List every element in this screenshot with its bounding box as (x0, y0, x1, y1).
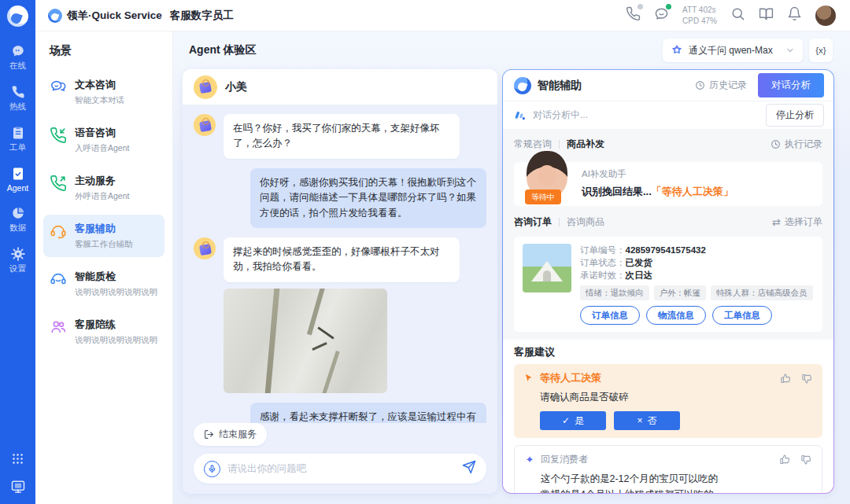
top-header: 领羊·Quick Service 客服数字员工 ATT 402s CPD 47% (35, 0, 850, 31)
chat-header: 小美 (183, 69, 497, 105)
chat-input[interactable] (227, 463, 455, 474)
history-button[interactable]: 历史记录 (695, 79, 747, 92)
app-logo-icon (7, 6, 28, 27)
select-order-button[interactable]: ⇄ 选择订单 (772, 215, 822, 229)
suggestion-title: 客服建议 (514, 345, 822, 359)
rail-item-online[interactable]: 在线 (0, 44, 35, 72)
product-image (523, 244, 571, 292)
rail-item-agent[interactable]: Agent (0, 167, 35, 193)
mic-icon[interactable] (204, 461, 220, 477)
assist-header: 智能辅助 历史记录 对话分析 (503, 70, 833, 101)
field-label: 承诺时效： (580, 270, 626, 280)
chat-status-icon[interactable] (654, 6, 669, 24)
sparkle-icon: ✦ (524, 454, 535, 465)
phone-status-dot (638, 4, 643, 9)
sidebar-item-proactive-service[interactable]: 主动服务外呼语音Agent (43, 167, 164, 209)
sidebar-item-agent-training[interactable]: 客服陪练说明说明说明说明说明 (43, 311, 164, 353)
brand-name: 领羊·Quick Service (67, 9, 162, 23)
cpd-stat: CPD 47% (682, 16, 717, 27)
rail-item-label: Agent (7, 183, 28, 193)
scene-subtitle: 客服工作台辅助 (75, 239, 133, 250)
yes-button[interactable]: ✓是 (540, 411, 606, 430)
knowledge-book-icon[interactable] (759, 6, 774, 24)
scene-title: 文本咨询 (75, 78, 124, 92)
sidebar-item-quality-check[interactable]: 智能质检说明说明说明说明说明 (43, 263, 164, 305)
no-label: 否 (648, 414, 657, 428)
chevron-down-icon (785, 46, 795, 55)
analyzing-status: 对话分析中... (533, 109, 588, 122)
tab-product-inquiry[interactable]: 咨询商品 (567, 215, 604, 229)
sidebar-item-voice-consult[interactable]: 语音咨询入呼语音Agent (43, 119, 164, 161)
assist-panel: 智能辅助 历史记录 对话分析 对话分析中... 停止分析 常规咨询 商品补发 (503, 70, 833, 493)
close-icon: × (637, 415, 642, 426)
phone-status-icon[interactable] (626, 6, 641, 24)
reply-text-line: 这个勺子款的是2-12个月的宝贝可以吃的 (541, 471, 812, 487)
scenario-category[interactable]: 常规咨询 (514, 138, 552, 151)
ai-status-line: 识别挽回结果...「等待人工决策」 (582, 185, 813, 199)
broken-tent-pole-photo[interactable] (224, 289, 387, 393)
reply-suggestion-card: ✦ 回复消费者 这个勺子款的是2-12个月的宝贝可以吃的 常规的是4个月以上幼猫… (514, 445, 822, 493)
scenario-section: 常规咨询 商品补发 执行记录 等待中 AI补发助手 识别挽回结果...「等待人工… (503, 129, 833, 340)
phone-incoming-icon (50, 127, 67, 144)
logistics-info-button[interactable]: 物流信息 (646, 306, 706, 325)
rail-item-label: 设置 (9, 263, 26, 274)
thumbs-down-icon[interactable] (801, 373, 813, 384)
clock-icon (695, 80, 705, 90)
code-variables-button[interactable]: {x} (809, 39, 833, 62)
chat-bubble-icon (11, 44, 25, 58)
scene-subtitle: 说明说明说明说明说明 (75, 287, 157, 298)
user-avatar[interactable] (815, 6, 836, 26)
thumbs-down-icon[interactable] (800, 454, 812, 465)
order-info-button[interactable]: 订单信息 (580, 306, 640, 325)
no-button[interactable]: ×否 (614, 411, 680, 430)
stop-analysis-button[interactable]: 停止分析 (766, 104, 824, 127)
sidebar-item-agent-assist[interactable]: 客服辅助客服工作台辅助 (43, 215, 164, 257)
field-value: 次日达 (626, 270, 653, 280)
rail-item-ticket[interactable]: 工单 (0, 126, 35, 153)
customer-message: 在吗？你好，我买了你们家的天幕，支架好像坏了，怎么办？ (224, 114, 460, 159)
scene-sidebar: 场景 文本咨询智能文本对话 语音咨询入呼语音Agent 主动服务外呼语音Agen… (35, 31, 173, 504)
divider (559, 140, 560, 149)
order-card: 订单编号：4285979541575432 订单状态：已发货 承诺时效：次日达 … (514, 237, 822, 332)
model-select[interactable]: 通义千问 qwen-Max (663, 39, 803, 62)
scenario-name[interactable]: 商品补发 (567, 138, 604, 151)
yes-label: 是 (575, 414, 584, 428)
rail-item-data[interactable]: 数据 (0, 206, 35, 234)
apps-grid-icon[interactable] (12, 453, 24, 465)
monitor-icon[interactable] (10, 479, 26, 495)
att-stat: ATT 402s (682, 5, 717, 16)
tongyi-model-icon (671, 44, 683, 57)
ai-assistant-name: AI补发助手 (582, 168, 813, 180)
sidebar-item-text-consult[interactable]: 文本咨询智能文本对话 (43, 71, 164, 113)
page-title: Agent 体验区 (189, 43, 257, 57)
analyze-button[interactable]: 对话分析 (758, 73, 824, 97)
customer-message: 撑起来的时候感觉歪歪的，好像哪根杆子不太对劲，我拍给你看看。 (224, 237, 460, 282)
order-field: 承诺时效：次日达 (580, 269, 814, 281)
exec-log-button[interactable]: 执行记录 (771, 138, 822, 151)
order-tag: 户外：帐篷 (654, 285, 707, 300)
analysis-pulse-icon (514, 109, 527, 122)
thumbs-up-icon[interactable] (779, 454, 791, 465)
ai-status-highlight: 「等待人工决策」 (652, 186, 734, 197)
customer-avatar (194, 75, 217, 99)
bell-icon[interactable] (787, 6, 802, 24)
clock-icon (771, 139, 781, 149)
scene-subtitle: 入呼语音Agent (75, 143, 129, 154)
rail-item-hotline[interactable]: 热线 (0, 85, 35, 112)
search-icon[interactable] (730, 6, 745, 24)
tab-order-inquiry[interactable]: 咨询订单 (514, 215, 552, 229)
headset-check-icon (50, 270, 67, 288)
left-rail: 在线 热线 工单 Agent 数据 设置 (0, 0, 35, 504)
brand-logo-icon (48, 9, 62, 23)
end-service-button[interactable]: 结束服务 (194, 423, 267, 446)
suggestion-section: 客服建议 等待人工决策 请确认商品是否破碎 ✓是 ×否 (503, 340, 833, 493)
thumbs-up-icon[interactable] (780, 373, 792, 384)
message-row: 撑起来的时候感觉歪歪的，好像哪根杆子不太对劲，我拍给你看看。 (194, 237, 486, 393)
rail-item-settings[interactable]: 设置 (0, 247, 35, 274)
send-icon[interactable] (462, 460, 476, 477)
ticket-info-button[interactable]: 工单信息 (712, 306, 772, 325)
field-value: 已发货 (626, 258, 653, 267)
brand: 领羊·Quick Service (48, 9, 162, 23)
scene-title: 主动服务 (75, 174, 129, 188)
reply-text-line: 常规的是4个月以上幼猫成猫都可以吃的 (541, 487, 812, 493)
